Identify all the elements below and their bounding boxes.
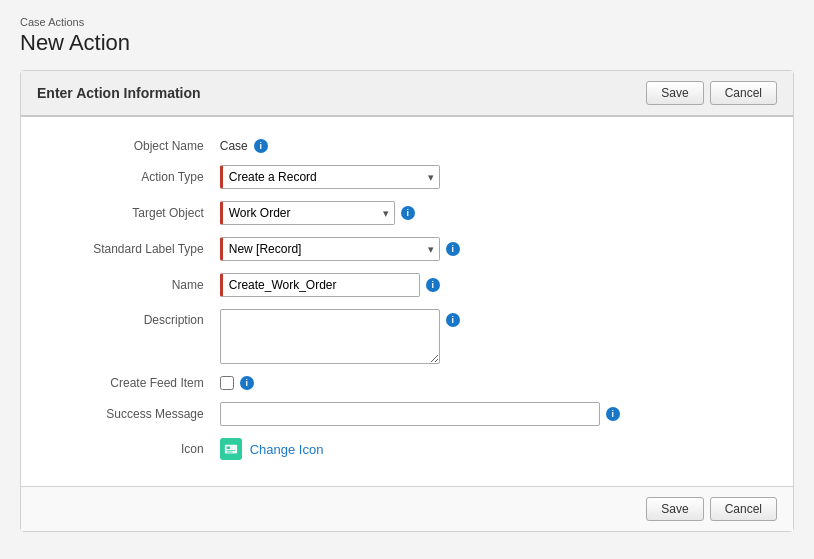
description-textarea[interactable]	[220, 309, 440, 364]
svg-rect-1	[226, 446, 230, 449]
header-cancel-button[interactable]: Cancel	[710, 81, 777, 105]
object-name-label: Object Name	[49, 139, 204, 153]
svg-rect-2	[226, 450, 235, 451]
breadcrumb: Case Actions	[20, 16, 794, 28]
standard-label-type-info-icon[interactable]: i	[446, 242, 460, 256]
success-message-info-icon[interactable]: i	[606, 407, 620, 421]
icon-preview-svg	[224, 442, 238, 456]
object-name-info-icon[interactable]: i	[254, 139, 268, 153]
standard-label-type-select[interactable]: New [Record] Edit [Record] Delete [Recor…	[220, 237, 440, 261]
icon-row: Icon	[41, 432, 773, 466]
create-feed-item-info-icon[interactable]: i	[240, 376, 254, 390]
action-type-select-wrapper: Create a Record Update a Record Email Al…	[220, 165, 440, 189]
page-title: New Action	[20, 30, 794, 56]
action-type-select[interactable]: Create a Record Update a Record Email Al…	[220, 165, 440, 189]
success-message-input[interactable]	[220, 402, 600, 426]
target-object-select[interactable]: Work Order Case Contact Account	[220, 201, 395, 225]
name-info-icon[interactable]: i	[426, 278, 440, 292]
footer-save-button[interactable]: Save	[646, 497, 703, 521]
standard-label-type-label: Standard Label Type	[49, 242, 204, 256]
success-message-label: Success Message	[49, 407, 204, 421]
create-feed-item-label: Create Feed Item	[49, 376, 204, 390]
card-body: Object Name Case i Action Type	[21, 117, 793, 486]
standard-label-type-row: Standard Label Type New [Record] Edit [R…	[41, 231, 773, 267]
description-info-icon[interactable]: i	[446, 313, 460, 327]
target-object-info-icon[interactable]: i	[401, 206, 415, 220]
card-header: Enter Action Information Save Cancel	[21, 71, 793, 117]
description-row: Description i	[41, 303, 773, 370]
icon-label: Icon	[49, 442, 204, 456]
change-icon-link[interactable]: Change Icon	[250, 442, 324, 457]
form-table: Object Name Case i Action Type	[41, 133, 773, 466]
footer-cancel-button[interactable]: Cancel	[710, 497, 777, 521]
target-object-row: Target Object Work Order Case Contact Ac…	[41, 195, 773, 231]
action-type-label: Action Type	[49, 170, 204, 184]
name-label: Name	[49, 278, 204, 292]
card-footer: Save Cancel	[21, 486, 793, 531]
main-card: Enter Action Information Save Cancel Obj…	[20, 70, 794, 532]
object-name-value: Case	[220, 139, 248, 153]
name-row: Name i	[41, 267, 773, 303]
create-feed-item-row: Create Feed Item i	[41, 370, 773, 396]
action-type-row: Action Type Create a Record Update a Rec…	[41, 159, 773, 195]
target-object-label: Target Object	[49, 206, 204, 220]
page-wrapper: Case Actions New Action Enter Action Inf…	[0, 0, 814, 559]
svg-rect-3	[226, 452, 232, 453]
object-name-row: Object Name Case i	[41, 133, 773, 159]
card-header-title: Enter Action Information	[37, 85, 201, 101]
success-message-row: Success Message i	[41, 396, 773, 432]
standard-label-type-select-wrapper: New [Record] Edit [Record] Delete [Recor…	[220, 237, 440, 261]
create-feed-item-checkbox[interactable]	[220, 376, 234, 390]
target-object-select-wrapper: Work Order Case Contact Account	[220, 201, 395, 225]
name-input[interactable]	[220, 273, 420, 297]
header-save-button[interactable]: Save	[646, 81, 703, 105]
card-header-actions: Save Cancel	[646, 81, 777, 105]
description-label: Description	[49, 313, 204, 327]
icon-preview	[220, 438, 242, 460]
